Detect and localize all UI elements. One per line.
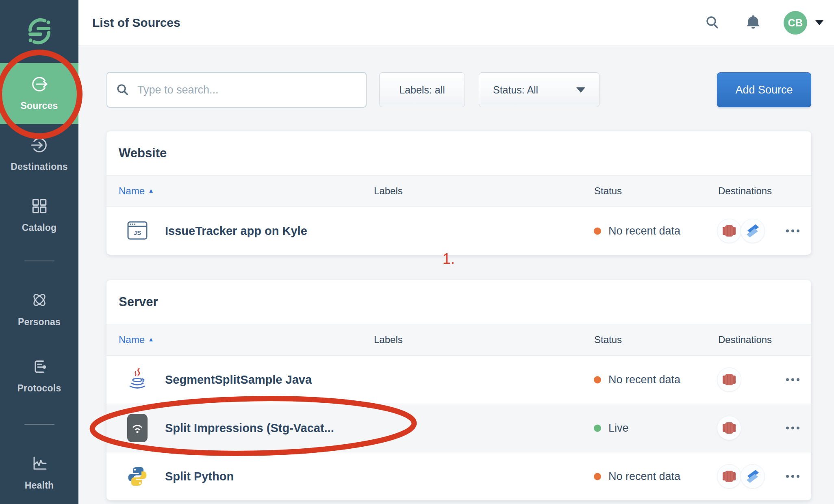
- section-title: Website: [119, 146, 167, 161]
- python-source-icon: [124, 466, 150, 487]
- personas-nav-icon: [30, 291, 48, 311]
- labels-filter-button[interactable]: Labels: all: [379, 72, 465, 107]
- sidebar-item-label: Health: [25, 480, 54, 491]
- warehouse-destination-icon[interactable]: [717, 367, 741, 392]
- table-header-row: Name▲LabelsStatusDestinations: [106, 324, 811, 356]
- catalog-nav-icon: [31, 198, 48, 217]
- column-header-name[interactable]: Name▲: [119, 334, 154, 345]
- source-search-box: [106, 72, 367, 108]
- table-row[interactable]: SegmentSplitSample Java No recent data: [106, 356, 811, 404]
- java-source-icon: [124, 368, 150, 391]
- sources-nav-icon: [31, 76, 48, 95]
- row-actions-button[interactable]: [778, 373, 807, 387]
- status-label: No recent data: [608, 374, 680, 386]
- filter-row: Labels: all Status: All Add Source: [106, 72, 811, 108]
- add-source-button[interactable]: Add Source: [717, 72, 811, 107]
- row-actions-button[interactable]: [778, 421, 807, 435]
- destinations-cell: [717, 367, 741, 392]
- search-icon[interactable]: [705, 15, 720, 30]
- column-header-destinations: Destinations: [718, 334, 772, 345]
- column-header-status: Status: [594, 334, 622, 345]
- source-name: SegmentSplitSample Java: [165, 373, 312, 387]
- sort-ascending-icon: ▲: [148, 187, 154, 194]
- source-name: Split Impressions (Stg-Vacat...: [165, 421, 334, 435]
- sidebar-item-label: Personas: [18, 317, 61, 328]
- protocols-nav-icon: [31, 358, 48, 378]
- status-label: No recent data: [608, 470, 680, 483]
- destinations-cell: [717, 464, 765, 489]
- source-sections: Website Name▲LabelsStatusDestinations JS…: [106, 131, 811, 500]
- javascript-source-icon: JS: [124, 220, 150, 242]
- status-cell: No recent data: [594, 470, 680, 483]
- destinations-nav-icon: [31, 137, 48, 156]
- device-source-icon: [124, 414, 150, 442]
- sidebar-divider: [24, 261, 54, 261]
- sidebar-item-label: Sources: [20, 100, 58, 111]
- search-input[interactable]: [137, 83, 357, 97]
- row-actions-button[interactable]: [778, 469, 807, 484]
- account-menu-caret-icon[interactable]: [815, 20, 823, 25]
- sidebar-item-destinations[interactable]: Destinations: [0, 124, 78, 185]
- status-label: Live: [608, 422, 629, 434]
- destinations-cell: [717, 219, 765, 243]
- table-body: JS IssueTracker app on Kyle No recent da…: [106, 207, 811, 255]
- sidebar-item-personas[interactable]: Personas: [0, 276, 78, 343]
- stream-destination-icon[interactable]: [741, 464, 765, 489]
- destinations-cell: [717, 416, 741, 440]
- labels-filter-label: Labels: all: [399, 84, 445, 96]
- source-name: IssueTracker app on Kyle: [165, 224, 307, 238]
- sort-ascending-icon: ▲: [148, 336, 154, 343]
- column-header-status: Status: [594, 185, 622, 197]
- warehouse-destination-icon[interactable]: [717, 464, 741, 489]
- warehouse-destination-icon[interactable]: [717, 416, 741, 440]
- table-row[interactable]: Split Python No recent data: [106, 452, 811, 500]
- status-label: No recent data: [608, 225, 680, 237]
- sidebar-divider: [24, 424, 54, 425]
- row-actions-button[interactable]: [778, 224, 807, 238]
- column-header-labels: Labels: [374, 334, 403, 345]
- stream-destination-icon[interactable]: [741, 219, 765, 243]
- dropdown-caret-icon: [576, 87, 585, 93]
- sidebar-item-health[interactable]: Health: [0, 439, 78, 504]
- main-content: Labels: all Status: All Add Source Websi…: [78, 46, 834, 504]
- status-dot: [594, 473, 601, 480]
- status-dot: [594, 424, 601, 432]
- section-title: Server: [119, 295, 158, 309]
- table-body: SegmentSplitSample Java No recent data S…: [106, 356, 811, 500]
- status-dot: [594, 227, 601, 235]
- column-header-labels: Labels: [374, 185, 403, 197]
- sidebar-item-protocols[interactable]: Protocols: [0, 343, 78, 409]
- topbar: List of Sources CB: [78, 0, 834, 46]
- source-name: Split Python: [165, 470, 234, 483]
- source-table-card-server: Server Name▲LabelsStatusDestinations Seg…: [106, 280, 811, 500]
- health-nav-icon: [30, 454, 48, 475]
- page-title: List of Sources: [92, 16, 180, 30]
- status-dot: [594, 376, 601, 383]
- sidebar-item-sources[interactable]: Sources: [0, 63, 78, 124]
- status-cell: No recent data: [594, 225, 680, 237]
- topbar-actions: CB: [705, 11, 823, 35]
- source-table-card-website: Website Name▲LabelsStatusDestinations JS…: [106, 131, 811, 255]
- svg-text:JS: JS: [134, 229, 141, 236]
- sidebar-item-label: Catalog: [22, 222, 57, 233]
- table-row[interactable]: JS IssueTracker app on Kyle No recent da…: [106, 207, 811, 255]
- sidebar-item-catalog[interactable]: Catalog: [0, 185, 78, 246]
- column-header-name[interactable]: Name▲: [119, 185, 154, 197]
- warehouse-destination-icon[interactable]: [717, 219, 741, 243]
- sidebar-item-label: Protocols: [17, 383, 61, 394]
- table-header-row: Name▲LabelsStatusDestinations: [106, 175, 811, 207]
- status-filter-label: Status: All: [493, 84, 538, 96]
- segment-logo-icon: [25, 17, 54, 46]
- avatar[interactable]: CB: [784, 11, 807, 35]
- sidebar-item-label: Destinations: [11, 161, 67, 172]
- column-header-destinations: Destinations: [718, 185, 772, 197]
- sidebar-nav: Sources Destinations Catalog Personas Pr…: [0, 63, 78, 504]
- search-icon: [116, 83, 129, 96]
- status-cell: No recent data: [594, 374, 680, 386]
- status-cell: Live: [594, 422, 629, 434]
- status-filter-dropdown[interactable]: Status: All: [479, 72, 599, 107]
- add-source-label: Add Source: [735, 84, 793, 96]
- sidebar: Sources Destinations Catalog Personas Pr…: [0, 0, 78, 504]
- table-row[interactable]: Split Impressions (Stg-Vacat... Live: [106, 404, 811, 452]
- notifications-bell-icon[interactable]: [745, 15, 761, 31]
